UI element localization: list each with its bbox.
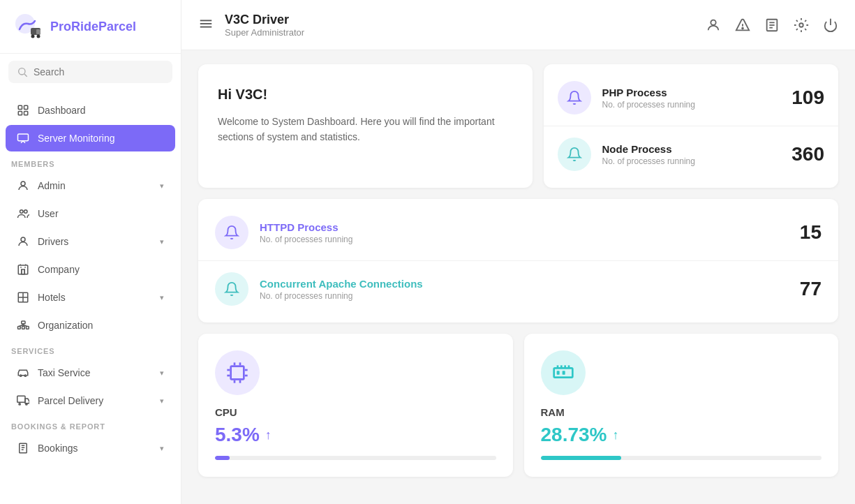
apache-name: Concurrent Apache Connections xyxy=(260,278,789,290)
svg-point-54 xyxy=(799,23,803,27)
truck-icon xyxy=(17,394,29,407)
menu-icon[interactable] xyxy=(198,16,214,34)
svg-rect-28 xyxy=(22,327,25,329)
svg-rect-70 xyxy=(556,371,559,374)
sidebar-item-taxi-service[interactable]: Taxi Service ▾ xyxy=(6,360,175,386)
svg-point-2 xyxy=(31,35,35,38)
sidebar-item-label: Company xyxy=(38,264,80,275)
httpd-count: 15 xyxy=(800,221,821,244)
cpu-progress-fill xyxy=(215,456,230,460)
node-process-info: Node Process No. of processes running xyxy=(602,143,781,166)
svg-rect-71 xyxy=(562,371,565,374)
cpu-icon-wrap xyxy=(215,350,260,395)
alert-icon[interactable] xyxy=(735,17,750,33)
svg-point-35 xyxy=(24,375,26,376)
sidebar-item-label: Admin xyxy=(38,180,66,191)
group-icon xyxy=(17,207,29,220)
svg-point-49 xyxy=(742,27,743,29)
sidebar-item-server-monitoring[interactable]: Server Monitoring xyxy=(6,125,175,151)
sidebar-item-organization[interactable]: Organization xyxy=(6,312,175,339)
svg-point-14 xyxy=(24,210,28,214)
search-container xyxy=(8,61,172,83)
sidebar-item-hotels[interactable]: Hotels ▾ xyxy=(6,284,175,311)
sidebar-item-user[interactable]: User xyxy=(6,200,175,227)
sidebar-item-label: Dashboard xyxy=(38,105,86,116)
sidebar-item-dashboard[interactable]: Dashboard xyxy=(6,97,175,124)
sidebar-item-label: Bookings xyxy=(38,443,78,454)
sidebar-item-admin[interactable]: Admin ▾ xyxy=(6,172,175,199)
node-bell-icon xyxy=(558,138,591,171)
sidebar: ProRideParcel Dashboard Server Monitorin… xyxy=(0,0,181,504)
php-process-name: PHP Process xyxy=(602,87,781,98)
process-card: PHP Process No. of processes running 109… xyxy=(544,64,839,188)
sidebar-item-parcel-delivery[interactable]: Parcel Delivery ▾ xyxy=(6,387,175,414)
page-title: V3C Driver Super Administrator xyxy=(225,13,694,38)
apache-count: 77 xyxy=(800,278,821,300)
sidebar-item-company[interactable]: Company xyxy=(6,256,175,283)
svg-rect-11 xyxy=(18,134,29,141)
svg-rect-9 xyxy=(18,112,22,115)
topbar-icons xyxy=(706,17,838,33)
monitor-icon xyxy=(17,132,29,144)
svg-rect-10 xyxy=(24,112,28,115)
cpu-trend-icon: ↑ xyxy=(265,428,272,443)
svg-point-47 xyxy=(711,20,715,24)
driver-icon xyxy=(17,235,29,248)
cpu-value: 5.3% ↑ xyxy=(215,424,496,446)
httpd-name: HTTPD Process xyxy=(260,221,789,233)
settings-icon[interactable] xyxy=(794,17,809,33)
search-input[interactable] xyxy=(34,66,164,77)
httpd-bell-icon xyxy=(215,216,248,249)
main-content: V3C Driver Super Administrator xyxy=(181,0,855,504)
welcome-card: Hi V3C! Welcome to System Dashboard. Her… xyxy=(198,64,533,188)
sidebar-item-label: Organization xyxy=(38,320,93,331)
sidebar-item-drivers[interactable]: Drivers ▾ xyxy=(6,228,175,255)
sidebar-item-label: Hotels xyxy=(38,292,66,303)
chevron-down-icon: ▾ xyxy=(160,396,164,406)
sidebar-item-bookings[interactable]: Bookings ▾ xyxy=(6,435,175,461)
notes-icon[interactable] xyxy=(764,17,780,33)
apache-item: Concurrent Apache Connections No. of pro… xyxy=(198,260,838,317)
apache-sub: No. of processes running xyxy=(260,291,789,301)
page-title-main: V3C Driver xyxy=(225,13,694,27)
chevron-down-icon: ▾ xyxy=(160,181,164,191)
apache-bell-icon xyxy=(215,272,248,306)
svg-point-38 xyxy=(19,403,20,405)
svg-rect-8 xyxy=(24,105,28,109)
sidebar-item-label: Drivers xyxy=(38,236,68,247)
node-process-name: Node Process xyxy=(602,143,781,155)
power-icon[interactable] xyxy=(823,17,838,33)
svg-rect-7 xyxy=(18,105,22,109)
svg-rect-30 xyxy=(22,321,25,324)
org-icon xyxy=(17,319,29,332)
svg-point-3 xyxy=(37,35,40,38)
ram-card: RAM 28.73% ↑ xyxy=(524,334,839,477)
node-process-count: 360 xyxy=(791,143,824,165)
grid-icon xyxy=(17,104,29,117)
welcome-description: Welcome to System Dashboard. Here you wi… xyxy=(218,114,513,145)
svg-rect-19 xyxy=(22,269,25,274)
svg-point-39 xyxy=(26,403,27,405)
chevron-down-icon: ▾ xyxy=(160,444,164,453)
building-icon xyxy=(17,263,29,276)
php-process-sub: No. of processes running xyxy=(602,100,781,110)
httpd-apache-card: HTTPD Process No. of processes running 1… xyxy=(198,199,838,323)
sidebar-item-label: Server Monitoring xyxy=(38,133,115,144)
car-icon xyxy=(17,366,29,379)
cpu-label: CPU xyxy=(215,406,496,418)
ram-progress-fill xyxy=(541,456,622,460)
svg-rect-27 xyxy=(18,327,21,329)
node-process-item: Node Process No. of processes running 36… xyxy=(544,126,839,182)
user-icon[interactable] xyxy=(706,17,721,33)
cpu-progress-bar xyxy=(215,456,496,460)
sidebar-item-label: Parcel Delivery xyxy=(38,395,103,406)
svg-point-5 xyxy=(19,68,25,75)
chevron-down-icon: ▾ xyxy=(160,369,164,378)
dashboard-content: Hi V3C! Welcome to System Dashboard. Her… xyxy=(181,50,855,504)
logo-icon xyxy=(11,10,45,43)
logo-text: ProRideParcel xyxy=(50,20,136,34)
section-label-bookings: BOOKINGS & REPORT xyxy=(0,415,181,433)
svg-line-6 xyxy=(24,74,27,77)
svg-point-15 xyxy=(21,237,25,242)
svg-point-12 xyxy=(21,181,25,186)
